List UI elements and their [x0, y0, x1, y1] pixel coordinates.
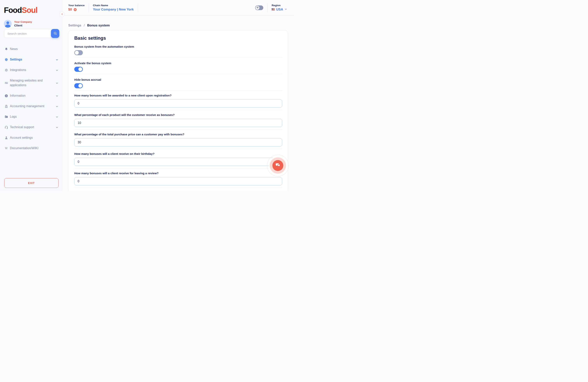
integration-icon: [4, 68, 8, 72]
region-value: USA: [276, 8, 283, 11]
breadcrumb: Settings / Bonus system: [68, 23, 294, 27]
balance-value: $0: [68, 8, 72, 11]
folder-icon: [4, 115, 8, 119]
exit-button[interactable]: EXIT: [4, 178, 59, 188]
card-title: Basic settings: [74, 35, 282, 41]
sidebar-item-technical-support[interactable]: Technical support: [0, 122, 62, 132]
field-label-percent-payable-with-bonuses: What percentage of the total purchase pr…: [74, 133, 282, 136]
section-activate-bonus-system: Activate the bonus system: [74, 58, 282, 74]
sliders-icon: [4, 81, 8, 85]
settings-sections: Bonus system from the automation systemA…: [74, 41, 282, 188]
info-icon: [4, 94, 8, 98]
chain-value[interactable]: Your Company | New York: [93, 8, 134, 11]
chevron-down-icon: [55, 58, 59, 61]
profile-block[interactable]: Your Company Client: [4, 20, 32, 28]
bell-icon: [4, 47, 8, 51]
sidebar: FoodSoul Your Company Client NewsSetting…: [0, 0, 62, 191]
add-balance-button[interactable]: [74, 8, 77, 11]
sidebar-item-accounting[interactable]: Accounting management: [0, 101, 62, 111]
field-label-bonuses-on-registration: How many bonuses will be awarded to a ne…: [74, 94, 282, 97]
main-area: Your balance $0 Chain Name Your Company …: [62, 0, 294, 191]
input-percent-per-product[interactable]: [74, 119, 282, 127]
foodsoul-logo: FoodSoul: [4, 6, 37, 15]
sidebar-item-label: Account settings: [10, 135, 59, 140]
field-label-hide-bonus-accrual: Hide bonus accrual: [74, 78, 282, 82]
search-button[interactable]: [51, 29, 59, 38]
toggle-knob: [78, 67, 82, 71]
search-icon: [53, 31, 57, 36]
chevron-down-icon: [55, 105, 59, 108]
sidebar-item-documentation[interactable]: WDocumentation/WIKI: [0, 143, 62, 153]
sidebar-item-news[interactable]: News: [0, 44, 62, 54]
sidebar-collapse-button[interactable]: [59, 11, 65, 17]
section-hide-bonus-accrual: Hide bonus accrual: [74, 74, 282, 91]
gear-icon: [4, 58, 8, 62]
input-percent-payable-with-bonuses[interactable]: [74, 138, 282, 147]
light-mode-knob: [255, 6, 259, 10]
plus-icon: [74, 8, 76, 11]
sidebar-item-integrations[interactable]: Integrations: [0, 65, 62, 75]
chevron-down-icon: [284, 8, 287, 11]
chevron-down-icon: [55, 68, 59, 72]
sidebar-item-logs[interactable]: Logs: [0, 111, 62, 122]
field-label-bonuses-on-birthday: How many bonuses will a client receive o…: [74, 152, 282, 156]
section-bonuses-for-review: How many bonuses will a client receive f…: [74, 169, 282, 188]
field-label-percent-per-product: What percentage of each product will the…: [74, 113, 282, 117]
chevron-down-icon: [55, 81, 59, 85]
sidebar-item-information[interactable]: Information: [0, 90, 62, 101]
svg-text:W: W: [5, 147, 8, 149]
input-bonuses-on-registration[interactable]: [74, 99, 282, 107]
bank-icon: [4, 104, 8, 108]
avatar: [4, 20, 12, 28]
balance-block: Your balance $0: [68, 4, 84, 11]
sidebar-item-account-settings[interactable]: Account settings: [0, 132, 62, 143]
input-bonuses-for-review[interactable]: [74, 177, 282, 185]
topbar-divider: [89, 3, 89, 12]
chevron-down-icon: [55, 126, 59, 129]
sidebar-item-settings[interactable]: Settings: [0, 54, 62, 65]
breadcrumb-settings-link[interactable]: Settings: [68, 23, 81, 27]
sidebar-item-label: Integrations: [10, 68, 55, 72]
app-root: { "brand": { "logo_part1": "Food", "logo…: [0, 0, 294, 191]
breadcrumb-current: Bonus system: [87, 23, 110, 27]
section-percent-per-product: What percentage of each product will the…: [74, 110, 282, 129]
headset-icon: [4, 125, 8, 129]
usa-flag-icon: [272, 8, 275, 11]
sidebar-item-label: Documentation/WIKI: [10, 146, 59, 150]
logo-part-food: Food: [4, 6, 22, 14]
sun-icon: [256, 6, 259, 10]
section-bonuses-on-birthday: How many bonuses will a client receive o…: [74, 149, 282, 169]
section-bonuses-on-registration: How many bonuses will be awarded to a ne…: [74, 91, 282, 110]
sidebar-nav: NewsSettingsIntegrationsManaging website…: [0, 44, 62, 153]
toggle-bonus-from-automation[interactable]: [74, 50, 83, 55]
sidebar-item-label: Managing websites and applications: [10, 78, 55, 87]
sidebar-item-label: Settings: [10, 57, 55, 62]
topbar-divider: [138, 3, 138, 12]
sidebar-item-managing-websites[interactable]: Managing websites and applications: [0, 75, 62, 90]
chat-bubbles-icon: [275, 162, 281, 169]
chain-label: Chain Name: [93, 4, 134, 7]
chevron-down-icon: [55, 94, 59, 97]
toggle-knob: [75, 51, 79, 55]
field-label-bonuses-for-review: How many bonuses will a client receive f…: [74, 171, 282, 175]
toggle-hide-bonus-accrual[interactable]: [74, 83, 83, 88]
topbar: Your balance $0 Chain Name Your Company …: [62, 0, 294, 16]
input-bonuses-on-birthday[interactable]: [74, 158, 282, 166]
dark-mode-toggle[interactable]: [255, 5, 263, 10]
region-selector[interactable]: USA: [272, 8, 287, 11]
chevron-down-icon: [55, 115, 59, 118]
field-label-activate-bonus-system: Activate the bonus system: [74, 62, 282, 65]
section-percent-payable-with-bonuses: What percentage of the total purchase pr…: [74, 129, 282, 149]
balance-label: Your balance: [68, 4, 84, 7]
bonus-settings-card: Basic settings Bonus system from the aut…: [68, 30, 288, 191]
sidebar-item-label: Technical support: [10, 125, 55, 129]
region-block: Region USA: [272, 4, 287, 11]
profile-company: Your Company: [14, 21, 32, 23]
support-chat-button[interactable]: [273, 160, 283, 171]
sidebar-item-label: Logs: [10, 114, 55, 119]
toggle-activate-bonus-system[interactable]: [74, 67, 83, 72]
field-label-bonus-from-automation: Bonus system from the automation system: [74, 45, 282, 48]
person-icon: [4, 136, 8, 140]
section-bonus-from-automation: Bonus system from the automation system: [74, 41, 282, 58]
breadcrumb-separator: /: [84, 23, 85, 27]
